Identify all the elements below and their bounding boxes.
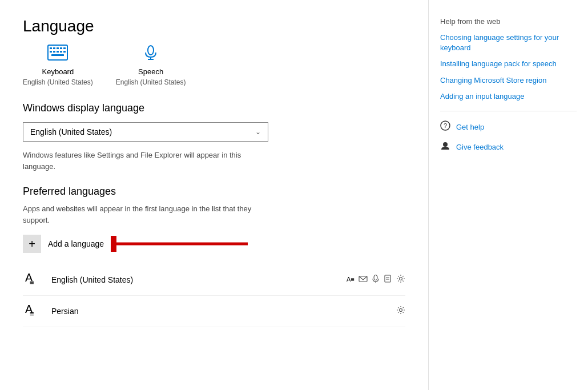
cap-mic-icon bbox=[371, 274, 380, 286]
display-language-title: Windows display language bbox=[23, 102, 405, 114]
speech-label: Speech bbox=[138, 67, 163, 76]
sidebar-help-title: Help from the web bbox=[440, 17, 577, 26]
language-list: A ≡ English (United States) A≡ bbox=[23, 264, 405, 327]
svg-point-32 bbox=[443, 142, 448, 147]
input-item-keyboard[interactable]: Keyboard English (United States) bbox=[23, 45, 93, 86]
preferred-title: Preferred languages bbox=[23, 186, 405, 198]
lang-capabilities-persian bbox=[396, 305, 405, 317]
sidebar: Help from the web Choosing language sett… bbox=[428, 0, 588, 390]
give-feedback-label: Give feedback bbox=[456, 143, 504, 151]
preferred-languages-section: Preferred languages Apps and websites wi… bbox=[23, 186, 405, 327]
svg-text:≡: ≡ bbox=[30, 278, 34, 287]
preferred-desc: Apps and websites will appear in the fir… bbox=[23, 203, 268, 226]
give-feedback-action[interactable]: Give feedback bbox=[440, 140, 577, 154]
cap-mail-icon bbox=[359, 274, 368, 286]
svg-text:≡: ≡ bbox=[30, 309, 34, 318]
add-language-button[interactable]: + bbox=[23, 235, 41, 253]
keyboard-icon bbox=[47, 45, 68, 64]
cap-text-icon: A≡ bbox=[346, 274, 355, 286]
svg-rect-3 bbox=[57, 47, 59, 49]
get-help-label: Get help bbox=[456, 123, 484, 131]
svg-rect-9 bbox=[60, 51, 62, 53]
svg-rect-8 bbox=[57, 51, 59, 53]
lang-name-persian: Persian bbox=[51, 307, 388, 316]
speech-icon bbox=[142, 45, 159, 64]
lang-icon-english: A ≡ bbox=[23, 269, 43, 291]
sidebar-link-keyboard[interactable]: Choosing language settings for your keyb… bbox=[440, 33, 577, 53]
cap-settings-icon bbox=[396, 274, 405, 286]
list-item[interactable]: A ≡ English (United States) A≡ bbox=[23, 264, 405, 296]
svg-rect-10 bbox=[63, 51, 66, 53]
main-content: Language bbox=[0, 0, 428, 390]
svg-rect-23 bbox=[385, 275, 390, 282]
sidebar-link-input[interactable]: Adding an input language bbox=[440, 91, 577, 102]
speech-sublabel: English (United States) bbox=[116, 78, 186, 86]
svg-text:?: ? bbox=[444, 122, 447, 129]
svg-rect-11 bbox=[51, 54, 64, 56]
add-language-row: + Add a language bbox=[23, 235, 405, 253]
display-language-desc: Windows features like Settings and File … bbox=[23, 150, 268, 172]
svg-rect-2 bbox=[53, 47, 55, 49]
input-icons-row: Keyboard English (United States) Speech … bbox=[23, 45, 405, 86]
list-item[interactable]: A ≡ Persian bbox=[23, 296, 405, 327]
sidebar-divider bbox=[440, 111, 577, 111]
svg-point-29 bbox=[400, 309, 402, 312]
input-item-speech[interactable]: Speech English (United States) bbox=[116, 45, 186, 86]
keyboard-sublabel: English (United States) bbox=[23, 78, 93, 86]
svg-point-26 bbox=[400, 278, 402, 280]
get-help-action[interactable]: ? Get help bbox=[440, 120, 577, 134]
sidebar-link-store[interactable]: Changing Microsoft Store region bbox=[440, 75, 577, 86]
dropdown-value: English (United States) bbox=[30, 127, 112, 136]
keyboard-label: Keyboard bbox=[42, 67, 74, 76]
svg-rect-5 bbox=[63, 47, 66, 49]
sidebar-link-speech[interactable]: Installing language pack for speech bbox=[440, 59, 577, 69]
svg-rect-4 bbox=[60, 47, 62, 49]
svg-text:A≡: A≡ bbox=[347, 276, 355, 283]
red-arrow-icon bbox=[111, 236, 253, 252]
cap-options-icon bbox=[396, 305, 405, 317]
get-help-icon: ? bbox=[440, 120, 450, 134]
lang-capabilities-english: A≡ bbox=[346, 274, 405, 286]
svg-rect-7 bbox=[53, 51, 55, 53]
svg-rect-6 bbox=[50, 51, 52, 53]
give-feedback-icon bbox=[440, 140, 450, 154]
svg-point-12 bbox=[148, 46, 154, 55]
dropdown-arrow-icon: ⌄ bbox=[255, 128, 261, 136]
svg-point-21 bbox=[374, 275, 377, 280]
page-title: Language bbox=[23, 17, 405, 35]
language-dropdown[interactable]: English (United States) ⌄ bbox=[23, 122, 268, 142]
svg-rect-1 bbox=[50, 47, 52, 49]
cap-pen-icon bbox=[384, 274, 393, 286]
display-language-section: Windows display language English (United… bbox=[23, 102, 405, 142]
lang-icon-persian: A ≡ bbox=[23, 300, 43, 322]
lang-name-english: English (United States) bbox=[51, 275, 338, 284]
add-language-label: Add a language bbox=[48, 239, 104, 248]
